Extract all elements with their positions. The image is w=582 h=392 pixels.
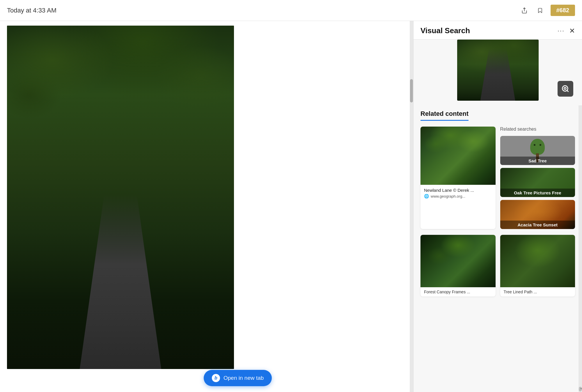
- related-searches-heading: Related searches: [500, 127, 575, 132]
- open-in-new-tab-label: Open in new tab: [223, 375, 264, 381]
- second-result-card-1[interactable]: Forest Canopy Frames ...: [420, 235, 496, 297]
- result-card-image: [420, 127, 496, 185]
- bing-logo: b: [212, 374, 220, 382]
- second-result-caption-1: Forest Canopy Frames ...: [420, 287, 496, 297]
- result-source: 🌐 www.geograph.org...: [424, 194, 492, 198]
- related-searches-column: Related searches: [500, 127, 575, 229]
- second-result-card-2[interactable]: Tree Lined Path ...: [500, 235, 575, 297]
- open-in-new-tab-button[interactable]: b Open in new tab: [204, 370, 272, 386]
- tree-eye-left: [534, 144, 535, 146]
- acacia-label: Acacia Tree Sunset: [500, 221, 575, 229]
- second-result-image-1: [420, 235, 496, 287]
- globe-icon: 🌐: [424, 194, 429, 198]
- result-source-text: www.geograph.org...: [431, 194, 465, 198]
- header-actions: ··· ✕: [558, 27, 575, 35]
- related-search-acacia[interactable]: Acacia Tree Sunset: [500, 200, 575, 229]
- right-scrollbar-bottom-arrow[interactable]: ▼: [579, 387, 582, 391]
- right-panel: Visual Search ··· ✕ ▲ ▼: [413, 21, 582, 392]
- tree-crown: [530, 139, 545, 155]
- second-result-caption-2: Tree Lined Path ...: [500, 287, 575, 297]
- related-content-section: Related content Newland Lane © Derek ...…: [414, 105, 582, 235]
- hash-badge: #682: [551, 5, 575, 16]
- right-panel-content: ▲ ▼ Related content: [414, 40, 582, 392]
- tree-eye-right: [540, 144, 541, 146]
- timestamp-label: Today at 4:33 AM: [7, 7, 514, 14]
- bookmark-button[interactable]: [535, 5, 545, 16]
- visual-search-select-button[interactable]: [558, 81, 573, 97]
- share-button[interactable]: [519, 5, 530, 16]
- sad-tree-label: Sad Tree: [500, 157, 575, 165]
- second-result-image-2: [500, 235, 575, 287]
- main-photo: [7, 26, 234, 369]
- preview-image-container: [414, 40, 582, 105]
- main-layout: Visual Search ··· ✕ ▲ ▼: [0, 21, 582, 392]
- svg-line-3: [567, 90, 568, 92]
- top-bar: Today at 4:33 AM #682: [0, 0, 582, 21]
- more-options-button[interactable]: ···: [558, 27, 565, 35]
- svg-point-1: [563, 86, 568, 91]
- right-panel-header: Visual Search ··· ✕: [414, 21, 582, 40]
- top-bar-icons: #682: [519, 5, 575, 16]
- related-content-title: Related content: [420, 110, 469, 121]
- preview-image: [457, 40, 539, 101]
- panel-title: Visual Search: [420, 26, 558, 35]
- related-search-oak-tree[interactable]: Oak Tree Pictures Free: [500, 168, 575, 197]
- content-grid: Newland Lane © Derek ... 🌐 www.geograph.…: [420, 127, 575, 235]
- oak-tree-label: Oak Tree Pictures Free: [500, 189, 575, 197]
- main-result-card[interactable]: Newland Lane © Derek ... 🌐 www.geograph.…: [420, 127, 496, 229]
- left-scrollbar-thumb[interactable]: [410, 79, 413, 102]
- close-button[interactable]: ✕: [569, 27, 575, 35]
- left-scrollbar[interactable]: [410, 21, 413, 392]
- related-search-sad-tree[interactable]: Sad Tree: [500, 136, 575, 165]
- image-area: [0, 21, 410, 392]
- svg-point-2: [564, 87, 566, 89]
- second-row-grid: Forest Canopy Frames ... Tree Lined Path…: [414, 235, 582, 302]
- result-caption: Newland Lane © Derek ... 🌐 www.geograph.…: [420, 185, 496, 201]
- result-title: Newland Lane © Derek ...: [424, 188, 492, 193]
